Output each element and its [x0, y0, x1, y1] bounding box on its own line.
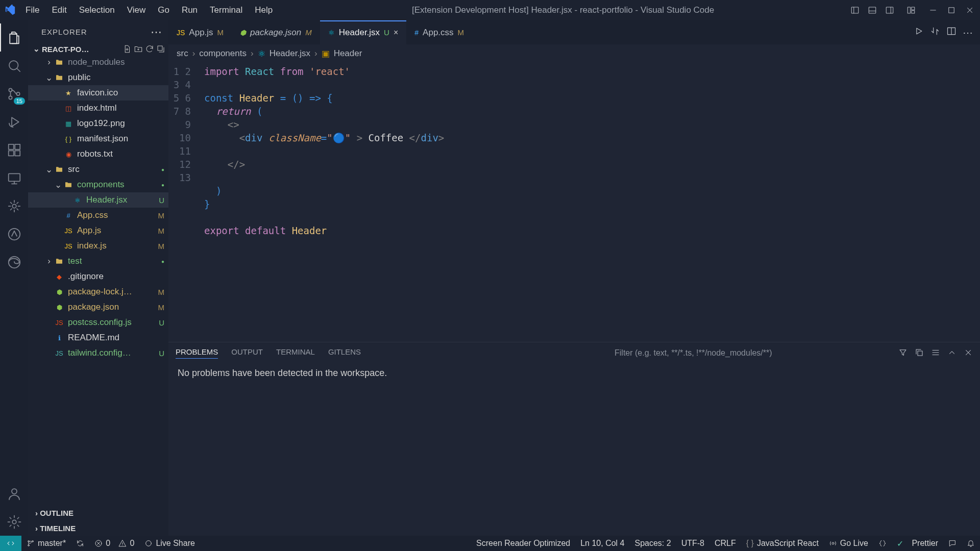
status-sync[interactable] [71, 539, 89, 547]
tab-close-icon[interactable]: × [394, 28, 398, 37]
new-folder-icon[interactable] [134, 44, 143, 54]
breadcrumb[interactable]: src› components› ⚛ Header.jsx› ▣ Header [168, 44, 980, 63]
editor-body[interactable]: 1 2 3 4 5 6 7 8 9 10 11 12 13 import Rea… [168, 63, 980, 342]
code-content[interactable]: import React from 'react' const Header =… [199, 63, 980, 342]
copy-icon[interactable] [915, 348, 924, 359]
panel-tab-problems[interactable]: PROBLEMS [176, 347, 218, 359]
timeline-section[interactable]: › TIMELINE [30, 520, 166, 536]
activity-scm[interactable]: 15 [0, 80, 28, 108]
sidebar-more-icon[interactable]: ⋯ [151, 26, 162, 39]
tree-folder[interactable]: ›node_modules [28, 55, 168, 70]
tree-file[interactable]: JSindex.jsM [28, 238, 168, 254]
tree-file[interactable]: ℹREADME.md [28, 330, 168, 345]
breadcrumb-part[interactable]: Header [334, 48, 362, 59]
tree-file[interactable]: ★favicon.ico [28, 85, 168, 101]
tree-folder[interactable]: ⌄public [28, 70, 168, 85]
tree-file[interactable]: ◉robots.txt [28, 146, 168, 162]
tree-file[interactable]: ◫index.html [28, 101, 168, 116]
menu-terminal[interactable]: Terminal [204, 0, 249, 20]
tree-file[interactable]: ▦logo192.png [28, 116, 168, 131]
tree-file[interactable]: JSpostcss.config.jsU [28, 315, 168, 330]
editor-tab[interactable]: ⚛Header.jsxU× [320, 20, 407, 44]
menu-go[interactable]: Go [152, 0, 176, 20]
status-branch[interactable]: master* [21, 539, 71, 548]
activity-remote[interactable] [0, 164, 28, 192]
tree-file[interactable]: ⬢package.jsonM [28, 299, 168, 315]
activity-search[interactable] [0, 52, 28, 80]
more-icon[interactable]: ⋯ [963, 28, 973, 38]
activity-debug[interactable] [0, 108, 28, 136]
diff-icon[interactable] [930, 26, 940, 39]
tree-file[interactable]: JStailwind.config…U [28, 345, 168, 361]
activity-extensions[interactable] [0, 136, 28, 164]
panel-right-icon[interactable] [882, 0, 897, 20]
remote-indicator[interactable] [0, 536, 21, 551]
tree-file[interactable]: { }manifest.json [28, 131, 168, 146]
breadcrumb-part[interactable]: components [199, 48, 247, 59]
maximize-icon[interactable] [942, 0, 961, 20]
node-icon: ⬢ [240, 29, 246, 37]
status-prettier[interactable]: ✓ Prettier [892, 539, 943, 548]
problems-filter-input[interactable]: Filter (e.g. text, **/*.ts, !**/node_mod… [615, 348, 885, 358]
close-panel-icon[interactable] [964, 348, 973, 359]
status-feedback[interactable] [943, 539, 962, 547]
editor-tab[interactable]: ⬢package.jsonM [232, 20, 320, 44]
panel-tab-gitlens[interactable]: GITLENS [328, 347, 361, 359]
status-json[interactable] [873, 539, 892, 547]
panel-left-icon[interactable] [847, 0, 863, 20]
status-golive[interactable]: Go Live [824, 539, 873, 548]
split-icon[interactable] [946, 26, 957, 39]
tree-file[interactable]: #App.cssM [28, 208, 168, 223]
tree-file[interactable]: ⬢package-lock.j…M [28, 284, 168, 299]
status-bell[interactable] [962, 539, 980, 547]
panel-bottom-icon[interactable] [865, 0, 880, 20]
menu-file[interactable]: File [19, 0, 45, 20]
outline-section[interactable]: › OUTLINE [30, 505, 166, 520]
file-tree: ›node_modules⌄public★favicon.ico◫index.h… [28, 55, 168, 505]
editor-tab[interactable]: JSApp.jsM [168, 20, 232, 44]
layout-customize-icon[interactable] [903, 0, 919, 20]
tree-folder[interactable]: ›test● [28, 254, 168, 269]
chevron-up-icon[interactable] [947, 348, 957, 359]
tree-folder[interactable]: ⌄components● [28, 177, 168, 192]
status-screenreader[interactable]: Screen Reader Optimized [471, 539, 575, 548]
menu-run[interactable]: Run [176, 0, 204, 20]
close-icon[interactable] [961, 0, 979, 20]
tree-file[interactable]: JSApp.jsM [28, 223, 168, 238]
svg-rect-24 [918, 351, 922, 356]
tree-folder[interactable]: ⌄src● [28, 162, 168, 177]
filter-icon[interactable] [898, 348, 908, 359]
collapse-icon[interactable] [156, 44, 165, 54]
activity-explorer[interactable] [0, 23, 28, 52]
tree-file[interactable]: ⚛Header.jsxU [28, 192, 168, 208]
activity-liveshare[interactable] [0, 220, 28, 248]
panel-tab-terminal[interactable]: TERMINAL [276, 347, 315, 359]
minimize-icon[interactable] [924, 0, 942, 20]
status-eol[interactable]: CRLF [709, 539, 741, 548]
menu-selection[interactable]: Selection [73, 0, 121, 20]
refresh-icon[interactable] [145, 44, 154, 54]
status-spaces[interactable]: Spaces: 2 [629, 539, 676, 548]
editor-tab[interactable]: #App.cssM [406, 20, 472, 44]
status-ln-col[interactable]: Ln 10, Col 4 [575, 539, 629, 548]
status-language[interactable]: { }JavaScript React [741, 539, 824, 548]
folder-header[interactable]: ⌄ REACT-PO… [28, 43, 168, 55]
breadcrumb-part[interactable]: Header.jsx [270, 48, 310, 59]
status-encoding[interactable]: UTF-8 [676, 539, 709, 548]
tree-file[interactable]: ◆.gitignore [28, 269, 168, 284]
activity-edge[interactable] [0, 248, 28, 276]
new-file-icon[interactable] [122, 44, 132, 54]
status-problems[interactable]: 0 0 [89, 539, 139, 548]
list-icon[interactable] [931, 348, 940, 359]
git-status: ● [161, 259, 164, 264]
activity-settings[interactable] [0, 508, 28, 536]
activity-gitlens[interactable] [0, 192, 28, 220]
status-liveshare[interactable]: Live Share [139, 539, 200, 548]
panel-tab-output[interactable]: OUTPUT [231, 347, 263, 359]
run-icon[interactable] [914, 26, 924, 39]
breadcrumb-part[interactable]: src [177, 48, 188, 59]
menu-help[interactable]: Help [249, 0, 279, 20]
menu-view[interactable]: View [121, 0, 152, 20]
menu-edit[interactable]: Edit [45, 0, 72, 20]
activity-account[interactable] [0, 480, 28, 508]
